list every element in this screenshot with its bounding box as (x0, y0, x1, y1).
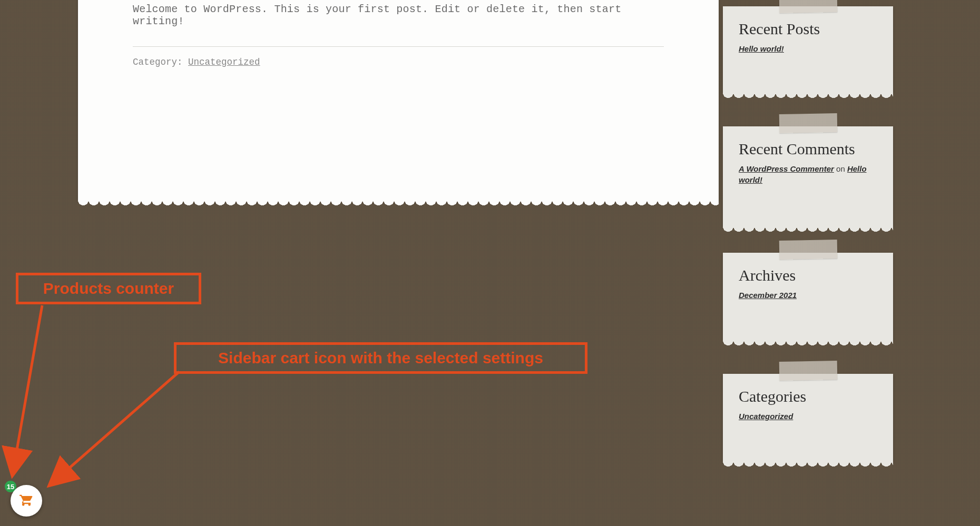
category-widget-link[interactable]: Uncategorized (739, 412, 793, 421)
post-category-meta: Category: Uncategorized (133, 57, 260, 67)
post-card: Welcome to WordPress. This is your first… (78, 0, 719, 200)
annotation-cart-icon: Sidebar cart icon with the selected sett… (174, 342, 587, 374)
category-label: Category: (133, 57, 188, 67)
comment-on-text: on (834, 164, 847, 173)
recent-comment-author-link[interactable]: A WordPress Commenter (739, 164, 834, 173)
cart-icon (19, 492, 34, 509)
tape-decoration (779, 0, 837, 13)
svg-line-1 (51, 372, 179, 484)
tape-decoration (779, 240, 837, 260)
archive-link[interactable]: December 2021 (739, 291, 797, 300)
widget-recent-posts: Recent Posts Hello world! (723, 6, 893, 93)
widget-categories: Categories Uncategorized (723, 374, 893, 461)
svg-line-0 (13, 305, 42, 474)
category-link[interactable]: Uncategorized (188, 57, 260, 67)
annotation-products-counter: Products counter (16, 273, 201, 304)
widget-recent-comments: Recent Comments A WordPress Commenter on… (723, 126, 893, 226)
widget-archives: Archives December 2021 (723, 253, 893, 340)
tape-decoration (779, 361, 837, 381)
sidebar-cart-button[interactable] (11, 485, 42, 517)
post-divider (133, 46, 664, 47)
post-body-text: Welcome to WordPress. This is your first… (133, 3, 664, 27)
tape-decoration (779, 113, 837, 133)
recent-post-link[interactable]: Hello world! (739, 44, 784, 53)
